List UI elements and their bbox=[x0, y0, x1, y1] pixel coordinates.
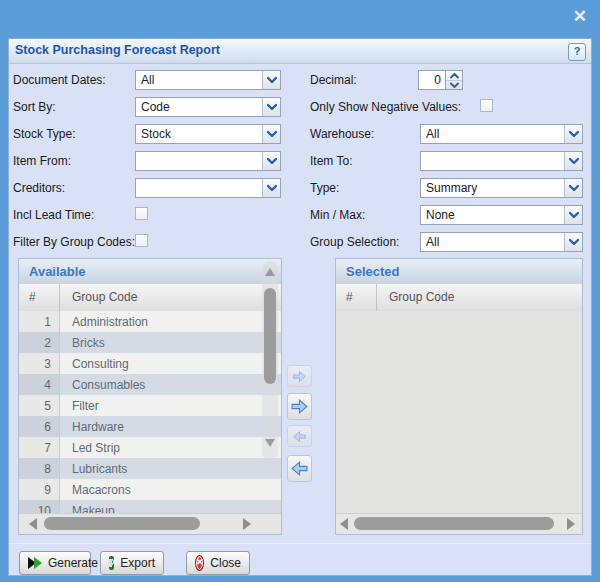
table-row[interactable]: 10Makeup bbox=[19, 500, 281, 514]
export-button-label: Export bbox=[120, 556, 155, 570]
arrow-left-icon bbox=[291, 460, 308, 477]
table-row[interactable]: 7Led Strip bbox=[19, 437, 281, 458]
item-from-label: Item From: bbox=[13, 154, 71, 168]
form-row: Item From: Item To: bbox=[9, 151, 591, 172]
available-column-header: # Group Code bbox=[19, 284, 281, 312]
form-row: Incl Lead Time: Min / Max: None bbox=[9, 205, 591, 226]
scrollbar-thumb[interactable] bbox=[264, 288, 276, 384]
row-group-code: Bricks bbox=[60, 332, 105, 353]
sort-by-select[interactable]: Code bbox=[135, 97, 281, 117]
table-row[interactable]: 4Consumables bbox=[19, 374, 281, 395]
sort-by-label: Sort By: bbox=[13, 100, 56, 114]
chevron-down-icon bbox=[262, 179, 280, 197]
table-row[interactable]: 1Administration bbox=[19, 311, 281, 332]
column-group-code: Group Code bbox=[389, 290, 454, 304]
close-button[interactable]: ✕ Close bbox=[186, 551, 250, 575]
item-to-select[interactable] bbox=[420, 151, 583, 171]
decimal-input[interactable]: 0 bbox=[418, 70, 446, 90]
scrollbar-thumb[interactable] bbox=[354, 517, 554, 530]
item-to-label: Item To: bbox=[310, 154, 352, 168]
row-number: 4 bbox=[19, 374, 60, 395]
generate-button[interactable]: Generate bbox=[19, 551, 91, 575]
item-from-select[interactable] bbox=[135, 151, 281, 171]
scroll-right-icon[interactable] bbox=[567, 518, 575, 530]
generate-button-label: Generate bbox=[48, 556, 98, 570]
close-button-label: Close bbox=[210, 556, 241, 570]
only-show-negative-checkbox[interactable] bbox=[480, 99, 493, 112]
scroll-left-icon[interactable] bbox=[340, 518, 348, 530]
move-selected-left-button[interactable] bbox=[287, 425, 312, 447]
document-dates-label: Document Dates: bbox=[13, 73, 106, 87]
available-panel-header: Available bbox=[19, 259, 281, 285]
scroll-right-icon[interactable] bbox=[243, 518, 251, 530]
type-select[interactable]: Summary bbox=[420, 178, 583, 198]
row-number: 3 bbox=[19, 353, 60, 374]
help-button[interactable]: ? bbox=[568, 43, 586, 61]
row-number: 2 bbox=[19, 332, 60, 353]
table-row[interactable]: 5Filter bbox=[19, 395, 281, 416]
window-close-icon[interactable]: ✕ bbox=[573, 7, 587, 27]
row-group-code: Macacrons bbox=[60, 479, 131, 500]
available-grid: 1Administration2Bricks3Consulting4Consum… bbox=[19, 311, 281, 514]
row-number: 1 bbox=[19, 311, 60, 332]
move-selected-right-button[interactable] bbox=[287, 365, 312, 387]
export-button[interactable]: X Export bbox=[100, 551, 164, 575]
spin-down-button[interactable] bbox=[446, 80, 462, 89]
stock-type-label: Stock Type: bbox=[13, 127, 75, 141]
row-number: 6 bbox=[19, 416, 60, 437]
chevron-down-icon bbox=[262, 152, 280, 170]
table-row[interactable]: 3Consulting bbox=[19, 353, 281, 374]
chevron-down-icon bbox=[564, 233, 582, 251]
scroll-left-icon[interactable] bbox=[29, 518, 37, 530]
row-group-code: Led Strip bbox=[60, 437, 120, 458]
move-all-left-button[interactable] bbox=[287, 455, 312, 482]
dialog-header: Stock Purchasing Forecast Report ? bbox=[9, 39, 591, 64]
decimal-spinner bbox=[446, 70, 463, 90]
select-value: Summary bbox=[426, 181, 477, 195]
generate-play-icon bbox=[28, 557, 42, 569]
incl-lead-time-checkbox[interactable] bbox=[135, 207, 148, 220]
row-group-code: Lubricants bbox=[60, 458, 127, 479]
min-max-select[interactable]: None bbox=[420, 205, 583, 225]
select-value: Code bbox=[141, 100, 170, 114]
warehouse-label: Warehouse: bbox=[310, 127, 374, 141]
creditors-label: Creditors: bbox=[13, 181, 65, 195]
scroll-down-icon[interactable] bbox=[265, 439, 275, 447]
select-value: All bbox=[141, 73, 154, 87]
close-red-icon: ✕ bbox=[195, 555, 204, 571]
select-value: All bbox=[426, 127, 439, 141]
stock-type-select[interactable]: Stock bbox=[135, 124, 281, 144]
excel-icon: X bbox=[109, 556, 114, 570]
row-group-code: Hardware bbox=[60, 416, 124, 437]
table-row[interactable]: 9Macacrons bbox=[19, 479, 281, 500]
available-horizontal-scrollbar bbox=[19, 513, 281, 534]
filter-by-group-codes-label: Filter By Group Codes: bbox=[13, 235, 135, 249]
group-selection-label: Group Selection: bbox=[310, 235, 399, 249]
report-window: ✕ Stock Purchasing Forecast Report ? Doc… bbox=[0, 0, 600, 582]
move-all-right-button[interactable] bbox=[287, 393, 312, 420]
select-value: Stock bbox=[141, 127, 171, 141]
document-dates-select[interactable]: All bbox=[135, 70, 281, 90]
chevron-down-icon bbox=[262, 125, 280, 143]
scroll-up-icon[interactable] bbox=[265, 268, 275, 276]
table-row[interactable]: 2Bricks bbox=[19, 332, 281, 353]
row-group-code: Consumables bbox=[60, 374, 145, 395]
selected-title: Selected bbox=[346, 264, 399, 279]
creditors-select[interactable] bbox=[135, 178, 281, 198]
decimal-label: Decimal: bbox=[310, 73, 357, 87]
selected-column-header: # Group Code bbox=[336, 284, 582, 312]
type-label: Type: bbox=[310, 181, 339, 195]
filter-by-group-codes-checkbox[interactable] bbox=[135, 234, 148, 247]
chevron-down-icon bbox=[262, 98, 280, 116]
row-group-code: Makeup bbox=[60, 500, 115, 514]
table-row[interactable]: 6Hardware bbox=[19, 416, 281, 437]
scrollbar-thumb[interactable] bbox=[44, 517, 200, 530]
warehouse-select[interactable]: All bbox=[420, 124, 583, 144]
chevron-down-icon bbox=[564, 125, 582, 143]
column-number: # bbox=[336, 284, 377, 311]
group-selection-select[interactable]: All bbox=[420, 232, 583, 252]
chevron-down-icon bbox=[564, 152, 582, 170]
row-number: 7 bbox=[19, 437, 60, 458]
form-row: Sort By: Code Only Show Negative Values: bbox=[9, 97, 591, 118]
table-row[interactable]: 8Lubricants bbox=[19, 458, 281, 479]
